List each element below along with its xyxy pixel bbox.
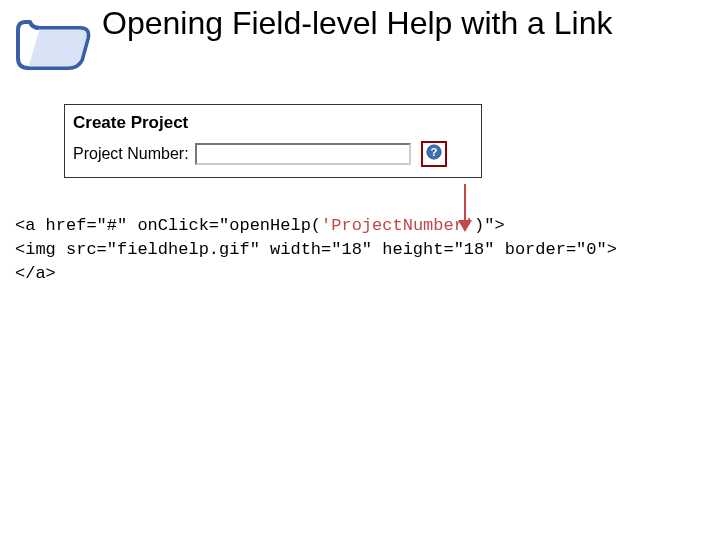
code-line-3: </a> (15, 262, 720, 286)
arrow-line (464, 184, 466, 224)
form-panel: Create Project Project Number: ? (64, 104, 482, 178)
project-number-label: Project Number: (73, 145, 189, 163)
code-snippet: <a href="#" onClick="openHelp('ProjectNu… (15, 214, 720, 285)
field-help-link[interactable]: ? (421, 141, 447, 167)
project-number-input[interactable] (195, 143, 411, 165)
document-icon (10, 10, 100, 80)
form-heading: Create Project (73, 113, 477, 133)
question-mark-icon: ? (426, 144, 442, 164)
code-line-2: <img src="fieldhelp.gif" width="18" heig… (15, 238, 720, 262)
code-line-1: <a href="#" onClick="openHelp('ProjectNu… (15, 214, 720, 238)
form-row: Project Number: ? (73, 141, 477, 171)
arrow-down-icon (458, 220, 472, 232)
code-highlight: 'ProjectNumber' (321, 216, 474, 235)
svg-text:?: ? (430, 146, 437, 158)
page-title: Opening Field-level Help with a Link (100, 4, 612, 42)
